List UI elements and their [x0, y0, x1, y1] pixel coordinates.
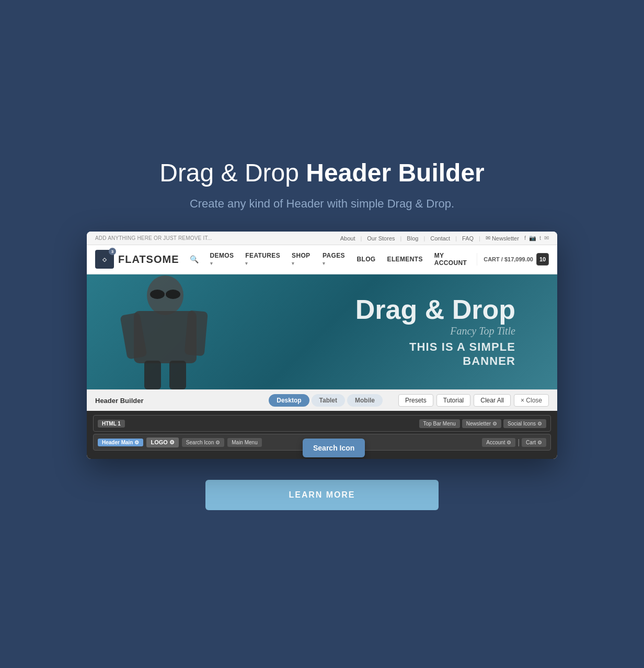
instagram-icon[interactable]: 📷	[529, 235, 536, 241]
svg-point-6	[150, 290, 165, 299]
logo-builder-item[interactable]: LOGO	[146, 437, 178, 447]
logo-badge: 3	[109, 248, 116, 255]
search-icon-tooltip: Search Icon	[303, 439, 365, 457]
topbar-faq[interactable]: FAQ	[462, 235, 474, 241]
account-item[interactable]: Account	[482, 438, 515, 447]
topbar: ADD ANYTHING HERE OR JUST REMOVE IT... A…	[87, 232, 557, 245]
newsletter-item[interactable]: Newsletter	[462, 419, 501, 428]
builder-top-row: HTML 1 Top Bar Menu Newsletter Social Ic…	[93, 415, 551, 432]
banner-text: Drag & Drop Fancy Top Title THIS IS A SI…	[355, 296, 515, 368]
nav-pages[interactable]: PAGES	[317, 249, 350, 270]
person-silhouette	[118, 274, 212, 389]
nav-demos[interactable]: DEMOS	[205, 249, 239, 270]
banner-main-title: Drag & Drop	[355, 296, 515, 323]
nav-my-account[interactable]: MY ACCOUNT	[429, 249, 477, 270]
tutorial-button[interactable]: Tutorial	[436, 394, 471, 407]
top-bar-menu-item[interactable]: Top Bar Menu	[419, 419, 460, 428]
tooltip-label: Search Icon	[313, 444, 354, 452]
tab-mobile[interactable]: Mobile	[347, 394, 383, 407]
divider-symbol: |	[518, 438, 520, 446]
clear-all-button[interactable]: Clear All	[474, 394, 511, 407]
builder-main-row: Header Main Search Icon LOGO Search Icon…	[93, 434, 551, 451]
cart-gear-icon	[537, 440, 542, 445]
email-icon[interactable]: ✉	[544, 235, 549, 241]
facebook-icon[interactable]: f	[524, 235, 526, 241]
social-icons: f 📷 t ✉	[524, 235, 549, 241]
html1-tag[interactable]: HTML 1	[98, 420, 125, 428]
logo-text[interactable]: FLATSOME	[118, 254, 179, 266]
twitter-icon[interactable]: t	[539, 235, 541, 241]
page-wrapper: Drag & Drop Header Builder Create any ki…	[87, 158, 557, 511]
topbar-newsletter[interactable]: ✉ Newsletter	[486, 235, 519, 241]
main-nav: ◇ 3 FLATSOME 🔍 DEMOS FEATURES SHOP PAGES…	[87, 245, 557, 274]
banner-person	[118, 274, 223, 389]
social-icons-item[interactable]: Social Icons	[503, 419, 546, 428]
builder-bar-label: Header Builder	[95, 397, 143, 405]
main-menu-item[interactable]: Main Menu	[227, 438, 261, 447]
header-main-tag[interactable]: Header Main	[98, 439, 143, 446]
nav-cart[interactable]: CART / $17,099.00 10	[477, 253, 549, 266]
tab-tablet[interactable]: Tablet	[312, 394, 345, 407]
svg-rect-4	[144, 361, 161, 389]
nav-cart-text: CART / $17,099.00	[484, 256, 533, 262]
topbar-about[interactable]: About	[340, 235, 355, 241]
search-icon-item[interactable]: Search Icon	[182, 438, 224, 447]
bottom-row-right: Account | Cart	[482, 438, 546, 447]
demo-window: ADD ANYTHING HERE OR JUST REMOVE IT... A…	[87, 232, 557, 459]
svg-rect-5	[169, 361, 186, 389]
social-icons-gear-icon	[537, 421, 542, 427]
nav-elements[interactable]: ELEMENTS	[382, 252, 428, 266]
topbar-left-text: ADD ANYTHING HERE OR JUST REMOVE IT...	[95, 235, 212, 241]
nav-search-icon[interactable]: 🔍	[190, 255, 199, 263]
topbar-right: About | Our Stores | Blog | Contact | FA…	[340, 235, 549, 241]
logo-gear-icon	[169, 439, 175, 446]
banner-subtitle: THIS IS A SIMPLE BANNER	[355, 340, 515, 368]
account-gear-icon	[507, 440, 511, 445]
newsletter-gear-icon	[492, 421, 497, 427]
banner-fancy-title: Fancy Top Title	[355, 325, 515, 337]
builder-actions: Presets Tutorial Clear All × Close	[398, 394, 549, 407]
nav-blog[interactable]: BLOG	[351, 252, 381, 266]
newsletter-label: Newsletter	[492, 235, 519, 241]
header-main-gear-icon	[134, 440, 139, 445]
envelope-icon: ✉	[486, 235, 490, 241]
device-tabs: Desktop Tablet Mobile	[269, 394, 383, 407]
svg-rect-3	[185, 310, 208, 356]
close-button[interactable]: × Close	[514, 394, 549, 407]
logo-icon: ◇ 3	[95, 250, 114, 269]
hero-subtitle: Create any kind of Header with simple Dr…	[190, 197, 454, 211]
logo-diamond-icon: ◇	[102, 257, 107, 262]
presets-button[interactable]: Presets	[398, 394, 433, 407]
logo-area: ◇ 3 FLATSOME	[95, 250, 179, 269]
builder-area: HTML 1 Top Bar Menu Newsletter Social Ic…	[87, 411, 557, 459]
svg-point-7	[166, 290, 180, 299]
topbar-blog[interactable]: Blog	[407, 235, 418, 241]
cart-item[interactable]: Cart	[522, 438, 546, 447]
search-icon-gear-icon	[215, 440, 220, 445]
builder-bar: Header Builder Desktop Tablet Mobile Pre…	[87, 389, 557, 411]
hero-title: Drag & Drop Header Builder	[159, 158, 485, 188]
tab-desktop[interactable]: Desktop	[269, 394, 309, 407]
hero-title-bold: Header Builder	[306, 159, 484, 187]
banner: Drag & Drop Fancy Top Title THIS IS A SI…	[87, 274, 557, 389]
nav-shop[interactable]: SHOP	[286, 249, 316, 270]
cart-badge: 10	[536, 253, 549, 266]
topbar-contact[interactable]: Contact	[430, 235, 450, 241]
learn-more-button[interactable]: LEARN MORE	[205, 480, 439, 510]
hero-title-light: Drag & Drop	[159, 159, 306, 187]
nav-features[interactable]: FEATURES	[240, 249, 285, 270]
topbar-our-stores[interactable]: Our Stores	[367, 235, 395, 241]
top-row-right-items: Top Bar Menu Newsletter Social Icons	[419, 419, 546, 428]
nav-items: DEMOS FEATURES SHOP PAGES BLOG ELEMENTS …	[205, 249, 477, 270]
